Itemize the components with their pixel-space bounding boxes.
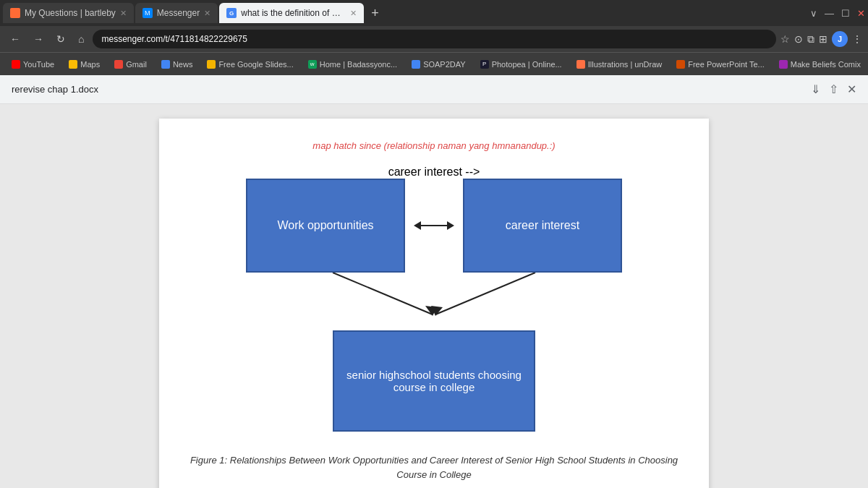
diagram-container: career interest --> Work opportunities c… <box>188 166 680 432</box>
profile-avatar[interactable]: J <box>832 31 848 47</box>
bookmark-favicon-youtube <box>12 60 20 69</box>
svg-marker-1 <box>447 221 454 230</box>
bookmark-label-photopea: Photopea | Online... <box>492 60 562 69</box>
back-button[interactable]: ← <box>6 32 25 46</box>
svg-marker-0 <box>414 221 421 230</box>
bookmark-soap[interactable]: SOAP2DAY <box>406 59 472 70</box>
bookmark-gmail[interactable]: Gmail <box>109 59 153 70</box>
bookmark-label-soap: SOAP2DAY <box>423 60 466 69</box>
tab-favicon-messenger: M <box>142 8 153 18</box>
new-tab-button[interactable]: + <box>365 6 385 21</box>
svg-line-5 <box>435 273 535 314</box>
horizontal-arrow-svg <box>405 211 463 240</box>
bookmark-favicon-beliefs <box>779 60 788 69</box>
bookmark-favicon-illus <box>576 60 585 69</box>
work-opportunities-label: Work opportunities <box>277 219 373 232</box>
bookmark-star-icon[interactable]: ☆ <box>780 33 790 45</box>
document-header: rerevise chap 1.docx ⇓ ⇧ ✕ <box>0 75 868 104</box>
share-icon[interactable]: ⇧ <box>829 82 838 96</box>
document-title: rerevise chap 1.docx <box>12 84 98 95</box>
address-bar: ← → ↻ ⌂ ☆ ⊙ ⧉ ⊞ J ⋮ <box>0 26 868 52</box>
bookmark-youtube[interactable]: YouTube <box>6 59 60 70</box>
bookmark-label-ppt: Free PowerPoint Te... <box>688 60 765 69</box>
forward-button[interactable]: → <box>29 32 48 46</box>
bookmark-favicon-home: w <box>308 60 317 69</box>
home-button[interactable]: ⌂ <box>74 32 88 46</box>
document-content: map hatch since (relationship naman yang… <box>0 104 868 488</box>
bookmark-label-illus: Illustrations | unDraw <box>588 60 663 69</box>
tab-google-active[interactable]: G what is the definition of work op... ✕ <box>219 3 364 23</box>
bookmark-favicon-soap <box>412 60 420 69</box>
tab-close-google[interactable]: ✕ <box>350 9 357 18</box>
document-header-actions: ⇓ ⇧ ✕ <box>811 82 856 96</box>
bookmarks-bar: YouTube Maps Gmail News Free Google Slid… <box>0 52 868 75</box>
work-opportunities-box: Work opportunities <box>246 179 405 273</box>
bookmark-favicon-news <box>161 60 170 69</box>
profile-menu[interactable]: ⊞ <box>819 33 827 45</box>
bookmark-label-beliefs: Make Beliefs Comix <box>791 60 861 69</box>
career-interest-label: career interest <box>506 219 579 232</box>
bookmark-favicon-photopea: P <box>480 60 489 69</box>
tab-favicon-google: G <box>226 8 237 18</box>
students-label: senior highschool students choosing cour… <box>334 369 534 393</box>
tab-title-messenger: Messenger <box>157 8 200 18</box>
bookmark-favicon-gmail <box>114 60 123 69</box>
download-icon[interactable]: ⇓ <box>811 82 820 96</box>
close-doc-icon[interactable]: ✕ <box>847 82 856 96</box>
tab-bar: My Questions | bartleby ✕ M Messenger ✕ … <box>0 0 868 26</box>
extensions-icon[interactable]: ⧉ <box>807 33 814 46</box>
diagram-top-row: Work opportunities career interest <box>246 179 622 273</box>
bookmark-ppt[interactable]: Free PowerPoint Te... <box>671 59 770 70</box>
bookmark-news[interactable]: News <box>156 59 199 70</box>
bookmark-label-gmail: Gmail <box>126 60 147 69</box>
tab-close-messenger[interactable]: ✕ <box>204 9 210 18</box>
bookmark-label-youtube: YouTube <box>23 60 54 69</box>
tab-close-bartleby[interactable]: ✕ <box>120 9 127 18</box>
tab-bar-close[interactable]: ✕ <box>857 8 865 19</box>
document-top-text: map hatch since (relationship naman yang… <box>188 140 680 151</box>
document-page: map hatch since (relationship naman yang… <box>159 119 709 488</box>
bookmark-favicon-slides <box>207 60 216 69</box>
bookmark-label-news: News <box>173 60 193 69</box>
bookmark-label-slides: Free Google Slides... <box>218 60 293 69</box>
tab-bar-expand[interactable]: ∨ <box>810 8 817 19</box>
bookmark-home[interactable]: w Home | Badassyonc... <box>302 59 403 70</box>
bookmark-maps[interactable]: Maps <box>63 59 106 70</box>
bookmark-favicon-maps <box>69 60 77 69</box>
career-interest-box: career interest <box>463 179 622 273</box>
tab-bar-maximize[interactable]: ☐ <box>841 8 850 19</box>
bookmark-photopea[interactable]: P Photopea | Online... <box>475 59 568 70</box>
address-bar-actions: ☆ ⊙ ⧉ ⊞ J ⋮ <box>780 31 862 47</box>
tab-favicon-bartleby <box>10 8 20 18</box>
figure-caption: Figure 1: Relationships Between Work Opp… <box>188 453 680 481</box>
students-box: senior highschool students choosing cour… <box>333 330 535 432</box>
lens-icon[interactable]: ⊙ <box>794 33 803 45</box>
bookmark-label-home: Home | Badassyonc... <box>320 60 397 69</box>
bookmark-favicon-ppt <box>676 60 685 69</box>
reload-button[interactable]: ↻ <box>52 32 69 46</box>
bookmark-label-maps: Maps <box>80 60 100 69</box>
bookmark-beliefs[interactable]: Make Beliefs Comix <box>773 59 867 70</box>
converging-arrows-svg <box>253 273 615 330</box>
tab-title-bartleby: My Questions | bartleby <box>25 8 116 18</box>
more-options-icon[interactable]: ⋮ <box>852 33 862 45</box>
bookmark-slides[interactable]: Free Google Slides... <box>201 59 299 70</box>
tab-title-google: what is the definition of work op... <box>241 8 346 18</box>
tab-bartleby[interactable]: My Questions | bartleby ✕ <box>3 3 134 23</box>
tab-bar-controls: ∨ — ☐ ✕ <box>810 8 865 19</box>
tab-messenger[interactable]: M Messenger ✕ <box>135 3 218 23</box>
bookmark-illus[interactable]: Illustrations | unDraw <box>571 59 668 70</box>
tab-bar-minimize[interactable]: — <box>825 8 834 19</box>
address-input[interactable] <box>93 30 776 48</box>
svg-line-3 <box>333 273 433 314</box>
